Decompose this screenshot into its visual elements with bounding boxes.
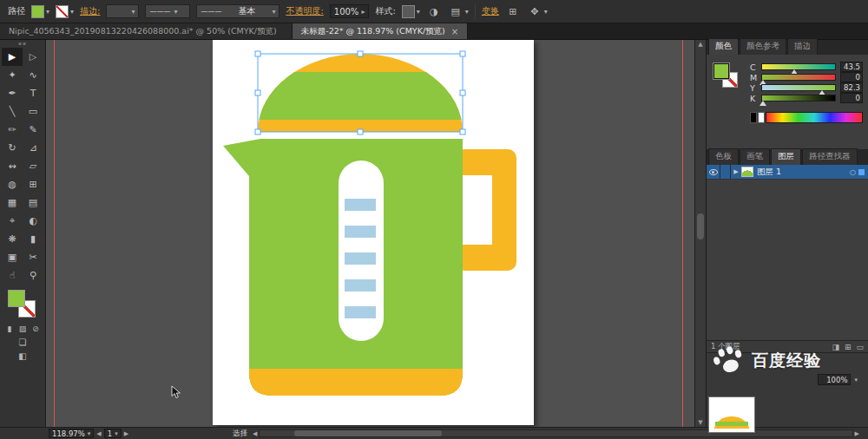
document-tab[interactable]: Nipic_4056343_20190813220426088000.ai* @… — [0, 23, 293, 39]
horizontal-scroll-thumb[interactable] — [294, 430, 442, 436]
panel-tab[interactable]: 路径查找器 — [802, 148, 858, 165]
type-tool[interactable]: T — [23, 84, 43, 102]
panel-tab[interactable]: 颜色 — [708, 38, 739, 55]
horizontal-scrollbar[interactable]: ◀ ▶ — [253, 429, 859, 437]
document-tab[interactable]: 未标题-22* @ 118.97% (CMYK/预览) × — [293, 23, 468, 39]
rotate-tool[interactable]: ↻ — [2, 139, 23, 157]
panel-tab[interactable]: 画笔 — [740, 148, 770, 165]
vertical-scroll-thumb[interactable] — [697, 213, 704, 239]
slice-tool[interactable]: ✂ — [23, 248, 43, 266]
symbol-sprayer-tool[interactable]: ❋ — [2, 230, 23, 248]
next-artboard-icon[interactable]: ▶ — [124, 430, 128, 437]
paintbrush-tool[interactable]: ✏ — [2, 121, 23, 139]
zoom-tool[interactable]: ⚲ — [23, 266, 43, 285]
channel-slider[interactable] — [761, 74, 836, 81]
new-layer-icon[interactable]: ⊞ — [845, 343, 852, 351]
selection-tool[interactable]: ▶ — [2, 48, 23, 66]
scroll-left-icon[interactable]: ◀ — [253, 430, 257, 437]
width-tool[interactable]: ↭ — [2, 157, 23, 175]
kettle-base-band[interactable] — [249, 369, 463, 396]
opacity-link[interactable]: 不透明度: — [286, 5, 323, 17]
panel-tab[interactable]: 图层 — [771, 148, 801, 165]
kettle-lid-band[interactable] — [258, 72, 463, 120]
brush-definition-select[interactable]: ——— 基本 ▾ — [196, 4, 279, 18]
zoom-level-select[interactable]: 118.97% ▾ — [49, 429, 94, 438]
scroll-right-icon[interactable]: ▶ — [855, 430, 859, 437]
free-transform-tool[interactable]: ▱ — [23, 157, 43, 175]
stroke-color-control[interactable]: ▾ — [56, 5, 74, 18]
channel-slider[interactable] — [761, 63, 836, 70]
transform-link[interactable]: 变换 — [482, 5, 499, 17]
channel-slider[interactable] — [761, 95, 836, 102]
column-graph-tool[interactable]: ▮ — [23, 230, 43, 248]
pop-slider-icon[interactable]: ▸ — [361, 8, 365, 16]
zoom-control[interactable]: 118.97% ▾ ◀ 1 ▾ ▶ — [49, 429, 128, 438]
transform-grid-button[interactable]: ⊞ — [505, 4, 521, 19]
fill-stroke-widget[interactable] — [8, 290, 37, 321]
color-mode-button[interactable]: ▮ — [4, 324, 15, 333]
width-profile-select[interactable]: ——— ▾ — [145, 4, 190, 18]
prev-artboard-icon[interactable]: ◀ — [96, 430, 101, 437]
canvas-area[interactable] — [46, 40, 694, 427]
channel-value-input[interactable]: 0 — [840, 93, 863, 103]
toolbar-grip[interactable]: ▪▪ — [18, 40, 27, 48]
align-control[interactable]: ▤ ▾ — [448, 4, 469, 19]
pencil-tool[interactable]: ✎ — [23, 121, 43, 139]
line-segment-tool[interactable]: ╲ — [2, 102, 23, 121]
magic-wand-tool[interactable]: ✦ — [2, 66, 23, 84]
arrange-control[interactable]: ✥ ▾ — [527, 4, 548, 19]
layer-name[interactable]: 图层 1 — [757, 167, 850, 178]
layer-row[interactable]: ▶ 图层 1 ○ — [707, 165, 868, 180]
stroke-swatch[interactable] — [56, 5, 69, 18]
white-swatch[interactable] — [758, 112, 765, 123]
black-swatch[interactable] — [750, 112, 757, 123]
panel-tab[interactable]: 色板 — [708, 148, 739, 165]
gradient-tool[interactable]: ▤ — [23, 193, 43, 212]
mesh-tool[interactable]: ▦ — [2, 193, 23, 212]
selection-color-chip[interactable] — [858, 169, 865, 175]
color-panel-indicator[interactable] — [712, 62, 743, 146]
navigator-preview[interactable] — [708, 396, 755, 433]
perspective-grid-tool[interactable]: ⊞ — [23, 175, 43, 193]
direct-selection-tool[interactable]: ▷ — [23, 48, 43, 66]
rectangle-tool[interactable]: ▭ — [23, 102, 43, 121]
artboard-nav-select[interactable]: 1 ▾ — [104, 429, 122, 438]
delete-layer-icon[interactable]: ▭ — [856, 343, 864, 351]
gradient-mode-button[interactable]: ▨ — [17, 324, 28, 333]
none-mode-button[interactable]: ⊘ — [30, 324, 41, 333]
navigator-zoom-control[interactable]: 100% ▾ — [818, 374, 858, 385]
fill-proxy-swatch[interactable] — [713, 63, 729, 79]
hand-tool[interactable]: ☝ — [2, 266, 23, 285]
target-circle-icon[interactable]: ○ — [850, 168, 856, 176]
screen-mode-button[interactable]: ◧ — [18, 351, 26, 361]
fill-proxy-swatch[interactable] — [8, 290, 25, 307]
lock-toggle[interactable] — [720, 165, 731, 179]
kettle-artwork[interactable] — [213, 40, 534, 425]
stroke-weight-select[interactable]: ▾ — [106, 4, 139, 18]
navigator-zoom-value[interactable]: 100% — [818, 374, 851, 385]
horizontal-scroll-track[interactable] — [259, 429, 852, 437]
stroke-panel-link[interactable]: 描边: — [80, 5, 100, 17]
channel-value-input[interactable]: 43.5 — [840, 62, 863, 72]
close-icon[interactable]: × — [451, 27, 458, 36]
style-swatch[interactable] — [402, 5, 415, 18]
fill-color-control[interactable]: ▾ — [31, 5, 49, 18]
recolor-artwork-button[interactable]: ◑ — [426, 4, 442, 19]
scroll-down-icon[interactable]: ▼ — [695, 419, 706, 426]
panel-tab[interactable]: 颜色参考 — [740, 38, 786, 55]
color-spectrum-bar[interactable] — [766, 112, 863, 123]
blend-tool[interactable]: ◐ — [23, 212, 43, 230]
artboard-tool[interactable]: ▣ — [2, 248, 23, 266]
style-select[interactable]: ▾ — [402, 5, 420, 18]
channel-slider[interactable] — [761, 84, 836, 91]
shape-builder-tool[interactable]: ◍ — [2, 175, 23, 193]
slider-thumb[interactable] — [760, 101, 766, 106]
fill-swatch[interactable] — [31, 5, 44, 18]
panel-tab[interactable]: 描边 — [787, 38, 818, 55]
make-mask-icon[interactable]: ◨ — [832, 343, 839, 351]
pen-tool[interactable]: ✒ — [2, 84, 23, 102]
scroll-up-icon[interactable]: ▲ — [695, 41, 706, 48]
channel-value-input[interactable]: 0 — [840, 72, 863, 82]
artboard[interactable] — [213, 40, 534, 425]
opacity-input[interactable]: 100% ▸ — [330, 4, 370, 18]
